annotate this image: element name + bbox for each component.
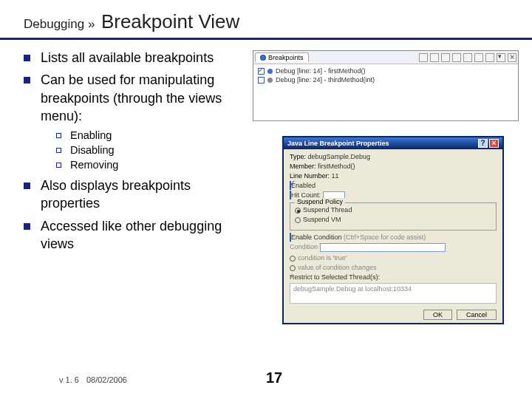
sub-bullet-icon	[56, 148, 61, 153]
header-prefix: Debugging »	[24, 17, 95, 31]
remove-all-breakpoints-icon[interactable]	[430, 53, 439, 62]
suspend-thread-label: Suspend Thread	[303, 206, 352, 214]
suspend-policy-title: Suspend Policy	[295, 198, 345, 205]
hitcount-checkbox[interactable]	[290, 191, 291, 200]
enable-condition-label: Enable Condition	[291, 233, 342, 241]
breakpoint-icon	[260, 55, 266, 61]
list-item: Can be used for manipulating breakpoints…	[24, 71, 245, 125]
list-text: Can be used for manipulating breakpoints…	[41, 71, 245, 125]
header-title: Breakpoint View	[98, 10, 239, 33]
cond-change-radio[interactable]	[290, 265, 296, 271]
bullet-icon	[24, 55, 30, 61]
type-row: Type: debugSample.Debug	[290, 153, 497, 160]
date-label: 08/02/2006	[86, 375, 127, 384]
list-item: Lists all available breakpoints	[24, 49, 245, 66]
bullet-icon	[24, 77, 30, 83]
bullet-icon	[24, 183, 30, 189]
sub-bullet-icon	[56, 133, 61, 138]
condition-label: Condition	[290, 243, 318, 250]
slide-header: Debugging » Breakpoint View	[0, 0, 532, 40]
condition-row: Condition	[290, 243, 497, 252]
list-item: Also displays breakpoints properties	[24, 177, 245, 213]
condition-input[interactable]	[320, 243, 446, 252]
page-number: 17	[266, 369, 282, 386]
breakpoint-row[interactable]: Debug [line: 14] - firstMethod()	[258, 67, 514, 75]
sublist-item: Disabling	[56, 144, 245, 156]
text-column: Lists all available breakpoints Can be u…	[24, 49, 253, 324]
suspend-thread-radio[interactable]	[295, 208, 301, 214]
type-label: Type:	[290, 153, 306, 160]
slide-footer: v 1. 6 08/02/2006 17	[59, 375, 532, 384]
breakpoint-enabled-icon	[267, 69, 273, 74]
cond-true-radio[interactable]	[290, 256, 296, 262]
tab-label: Breakpoints	[268, 54, 304, 61]
line-label: Line Number:	[290, 172, 330, 180]
member-value: firstMethod()	[318, 163, 355, 170]
sub-bullet-icon	[56, 163, 61, 168]
breakpoint-row[interactable]: Debug [line: 24] - thirdMethod(int)	[258, 76, 514, 83]
slide-content: Lists all available breakpoints Can be u…	[0, 40, 532, 324]
breakpoints-list: Debug [line: 14] - firstMethod() Debug […	[253, 64, 518, 88]
breakpoint-properties-dialog: Java Line Breakpoint Properties ? × Type…	[282, 136, 504, 324]
bullet-icon	[24, 223, 30, 230]
goto-file-icon[interactable]	[441, 53, 450, 62]
dialog-titlebar: Java Line Breakpoint Properties ? ×	[284, 137, 502, 149]
suspend-vm-radio[interactable]	[295, 217, 301, 223]
skip-breakpoints-icon[interactable]	[452, 53, 461, 62]
member-row: Member: firstMethod()	[290, 163, 497, 170]
checkbox-icon[interactable]	[258, 77, 265, 83]
sublist-item: Enabling	[56, 129, 245, 141]
restrict-item: debugSample.Debug at localhost:10334	[293, 285, 412, 293]
enable-condition-hint: (Ctrl+Space for code assist)	[344, 233, 426, 241]
list-text: Also displays breakpoints properties	[41, 177, 245, 213]
help-icon[interactable]: ?	[478, 139, 488, 148]
breakpoints-view-panel: Breakpoints Debug [	[253, 50, 519, 121]
link-icon[interactable]	[485, 53, 494, 62]
cond-change-label: value of condition changes	[298, 264, 377, 271]
checkbox-icon[interactable]	[258, 68, 265, 75]
list-text: Lists all available breakpoints	[41, 49, 214, 66]
suspend-policy-group: Suspend Policy Suspend Thread Suspend VM	[290, 202, 497, 231]
restrict-threads-list[interactable]: debugSample.Debug at localhost:10334	[290, 283, 497, 304]
member-label: Member:	[290, 163, 316, 170]
remove-breakpoint-icon[interactable]	[419, 53, 428, 62]
expand-icon[interactable]	[463, 53, 472, 62]
restrict-label: Restrict to Selected Thread(s):	[290, 273, 497, 281]
cancel-button[interactable]: Cancel	[457, 310, 497, 320]
breakpoint-label: Debug [line: 24] - thirdMethod(int)	[276, 76, 375, 83]
line-value: 11	[332, 172, 339, 180]
enabled-checkbox[interactable]	[290, 181, 291, 190]
breakpoints-tab-bar: Breakpoints	[253, 51, 518, 64]
sublist-item: Removing	[56, 159, 245, 171]
suspend-vm-label: Suspend VM	[303, 216, 341, 223]
enable-condition-row: Enable Condition (Ctrl+Space for code as…	[290, 233, 497, 241]
breakpoints-toolbar	[419, 53, 516, 62]
type-value: debugSample.Debug	[308, 153, 371, 160]
breakpoint-label: Debug [line: 14] - firstMethod()	[276, 67, 366, 75]
breakpoints-tab[interactable]: Breakpoints	[255, 52, 309, 62]
breakpoint-disabled-icon	[267, 78, 273, 83]
version-label: v 1. 6	[59, 375, 79, 384]
collapse-icon[interactable]	[474, 53, 483, 62]
close-icon[interactable]	[508, 53, 516, 62]
line-row: Line Number: 11	[290, 172, 497, 180]
list-text: Accessed like other debugging views	[41, 217, 245, 253]
sublist-text: Disabling	[70, 144, 115, 156]
close-icon[interactable]: ×	[489, 139, 499, 148]
screenshots-column: Breakpoints Debug [	[253, 49, 519, 324]
enable-condition-checkbox[interactable]	[290, 233, 291, 242]
sublist-text: Enabling	[70, 129, 112, 141]
view-menu-icon[interactable]	[497, 53, 505, 62]
cond-true-label: condition is 'true'	[298, 254, 347, 262]
ok-button[interactable]: OK	[423, 310, 452, 320]
list-item: Accessed like other debugging views	[24, 217, 245, 253]
dialog-title: Java Line Breakpoint Properties	[287, 140, 389, 147]
sublist-text: Removing	[70, 159, 118, 171]
enabled-row: Enabled	[290, 182, 497, 189]
